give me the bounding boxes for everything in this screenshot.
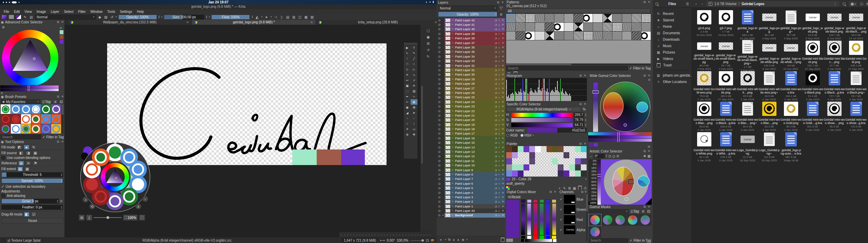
pattern-tile-19[interactable] (545, 23, 554, 31)
layer-visibility-icon[interactable]: ⊙ (437, 50, 442, 54)
layer-alpha-lock-icon[interactable]: α (498, 168, 500, 171)
files-menu-icon[interactable]: ☰ (686, 2, 689, 6)
layer-body[interactable]: ✎Paint Layer 31◪α✱ (445, 68, 505, 72)
palette-swatch-2-2[interactable] (518, 158, 524, 164)
palette-file-icon[interactable] (506, 186, 510, 190)
fill-chooser[interactable] (8, 15, 14, 19)
layer-lock-cell[interactable] (442, 181, 445, 186)
layer-lock-cell[interactable] (442, 159, 445, 163)
layer-lock-cell[interactable] (442, 163, 445, 168)
layer-inherit-alpha-icon[interactable]: ◪ (495, 42, 497, 44)
menu-help[interactable]: Help (135, 10, 146, 14)
layer-alpha-lock-icon[interactable]: α (498, 19, 500, 22)
brush-preset-8[interactable] (21, 114, 31, 124)
layer-row[interactable]: ⊙✎Paint Layer 29◪α✱ (437, 77, 505, 81)
tool-calligraphy[interactable]: ✎ (411, 50, 417, 56)
pattern-tile-40[interactable] (603, 32, 612, 40)
layer-inherit-alpha-icon[interactable]: ◪ (495, 160, 497, 162)
sidebar-item-music[interactable]: ♫Music (653, 43, 692, 49)
layer-style-icon[interactable]: ✱ (502, 73, 504, 76)
layer-style-icon[interactable]: ✱ (502, 110, 504, 113)
sidebar-item-recent[interactable]: ↻Recent (653, 11, 692, 17)
pattern-icon[interactable]: ▫ (365, 234, 367, 237)
tool-transform[interactable]: ▣ (404, 83, 411, 88)
close-icon[interactable]: ✕ (584, 102, 586, 106)
value-strip[interactable] (593, 82, 598, 132)
liquify-icon[interactable]: ▫ (426, 234, 428, 237)
layer-inherit-alpha-icon[interactable]: ◪ (495, 169, 497, 171)
pattern-tile-36[interactable] (564, 32, 573, 40)
lightness-step-8[interactable]: 66% (588, 187, 597, 190)
document-tab-1[interactable]: geirdal_logo.png (9.8 MiB) *✕ (192, 20, 316, 25)
file-item[interactable]: Geirdalgeirdal_logo-web-black... .png93.… (845, 9, 867, 40)
layer-body[interactable]: ✎Paint Layer 6◪α✱ (445, 181, 505, 186)
layer-visibility-icon[interactable]: ⊙ (437, 200, 442, 204)
layer-visibility-icon[interactable]: ⊙ (437, 36, 442, 41)
close-icon[interactable]: ✕ (501, 1, 504, 4)
layer-visibility-icon[interactable]: ⊙ (437, 118, 442, 122)
layer-row[interactable]: ⊙✎Paint Layer 41◪α✱ (437, 22, 505, 27)
breadcrumb-volume[interactable]: 1.6 TB Volume (714, 2, 736, 6)
mask-tag-button[interactable]: ▯ Tag (629, 209, 640, 214)
advanced-color-selector-header[interactable]: ◉ Advanced Color Selector ⧉✕ (1, 20, 64, 24)
shade-bar-2[interactable] (588, 139, 652, 142)
file-item[interactable]: Geirdalgeirdal_logo-web-white.png142.6 k… (758, 40, 780, 70)
palette-swatch-1-10[interactable] (564, 152, 569, 158)
tool-bezier[interactable]: ✕ (404, 72, 411, 78)
gradient-toggle-icon[interactable]: ▧ (310, 15, 314, 19)
fg-bg-color[interactable] (16, 15, 21, 19)
layer-visibility-icon[interactable]: ⊙ (437, 27, 442, 32)
fill-source-bg-button[interactable]: ◨ (25, 150, 31, 156)
curve2-icon[interactable]: ▫ (389, 234, 392, 237)
pattern-tile-2[interactable] (526, 14, 535, 22)
patterns-tab-all[interactable]: All (506, 8, 651, 13)
layer-visibility-icon[interactable]: ⊙ (437, 172, 442, 177)
file-item[interactable]: .geirdal_logo.png-auto... e.kra587.5 kBT… (780, 131, 802, 162)
layer-alpha-lock-icon[interactable]: α (498, 91, 500, 94)
layer-row[interactable]: ⊙✎Paint Layer 42◪α✱ (437, 18, 505, 22)
palette-swatch-1-3[interactable] (524, 152, 529, 158)
layer-body[interactable]: ✎Paint Layer 30◪α✱ (445, 73, 505, 77)
channels-header[interactable]: Channels ⧉✕ (559, 190, 588, 194)
layer-alpha-lock-icon[interactable]: α (498, 96, 500, 99)
palette-swatch-0-0[interactable] (506, 146, 512, 152)
popup-brush-preset-7[interactable] (83, 176, 101, 193)
pattern-tile-39[interactable] (593, 32, 602, 40)
histogram-chart[interactable] (506, 78, 587, 101)
layer-visibility-icon[interactable]: ⊙ (437, 195, 442, 199)
layer-row[interactable]: ⊙✎Paint Layer 2◪α✱ (437, 200, 505, 204)
layer-alpha-lock-icon[interactable]: α (498, 182, 500, 185)
sidebar-item-other-locations[interactable]: +Other Locations (653, 79, 692, 85)
system-tray[interactable]: ▴ ◂ ▮ (426, 0, 434, 3)
move-layer-down-button[interactable]: ∨ (453, 238, 455, 242)
close-icon[interactable]: ✕ (584, 142, 586, 146)
layer-lock-cell[interactable] (442, 172, 445, 177)
layer-alpha-lock-icon[interactable]: α (498, 32, 500, 35)
brush-preset-icon[interactable]: ▤ (29, 15, 34, 19)
file-item[interactable]: Geirdal mini-woo Whit... g.kra578.3 kB3 … (715, 131, 736, 162)
layer-lock-cell[interactable] (442, 22, 445, 27)
back-button[interactable]: ‹ (694, 2, 698, 6)
float-icon[interactable]: ⧉ (644, 74, 646, 78)
add-layer-button[interactable]: ＋ (439, 237, 443, 243)
palette-swatch-3-12[interactable] (575, 164, 581, 170)
close-icon[interactable]: ✕ (554, 190, 556, 194)
pattern-preview[interactable] (506, 40, 651, 63)
float-icon[interactable]: ⧉ (497, 1, 499, 4)
tool-freehand-path[interactable]: ∿ (411, 72, 417, 78)
clear-shades-icon[interactable]: ⊘ (1, 92, 3, 95)
pattern-filter-in-tag-checkbox[interactable]: ✓Filter in Tag (629, 66, 651, 70)
layer-visibility-icon[interactable]: ⊙ (437, 168, 442, 172)
palette-swatch-4-7[interactable] (547, 170, 552, 177)
layer-body[interactable]: ✎Paint Layer 39◪α✱ (445, 32, 505, 36)
delete-layer-button[interactable] (501, 238, 505, 242)
files-search-icon[interactable] (655, 2, 658, 5)
brush-preset-13[interactable] (11, 124, 21, 134)
layer-lock-cell[interactable] (442, 195, 445, 199)
layer-row[interactable]: ⊙✎Paint Layer 24◪α✱ (437, 100, 505, 104)
layer-style-icon[interactable]: ✱ (502, 37, 504, 40)
file-item[interactable]: Geirdal mini-woo Black...g.kra828.8 kB3 … (715, 101, 736, 131)
close-icon[interactable]: ✕ (648, 149, 650, 153)
layer-visibility-icon[interactable]: ⊙ (437, 59, 442, 63)
zoom-fit-icon[interactable]: ⊡ (426, 239, 429, 242)
